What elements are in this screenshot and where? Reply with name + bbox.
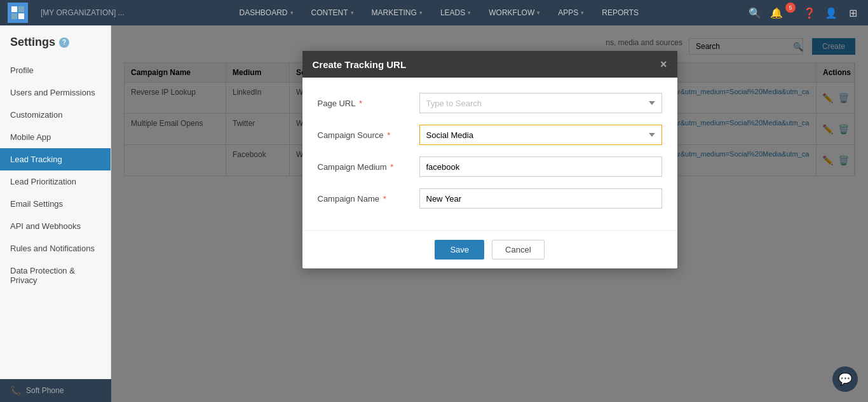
nav-dashboard[interactable]: DASHBOARD ▾ xyxy=(231,0,302,25)
nav-apps-chevron: ▾ xyxy=(581,10,584,16)
notification-badge: 5 xyxy=(785,3,796,13)
required-asterisk: * xyxy=(356,99,362,108)
user-icon[interactable]: 👤 xyxy=(824,7,839,19)
svg-rect-3 xyxy=(18,13,24,19)
cancel-button[interactable]: Cancel xyxy=(492,240,544,260)
modal-header: Create Tracking URL × xyxy=(302,51,677,78)
sidebar-item-rules[interactable]: Rules and Notifications xyxy=(0,237,111,260)
campaign-medium-label: Campaign Medium * xyxy=(318,162,419,172)
main-layout: Settings ? Profile Users and Permissions… xyxy=(0,25,868,402)
settings-title: Settings ? xyxy=(0,36,111,59)
modal-close-button[interactable]: × xyxy=(660,59,667,70)
sidebar-item-mobile-app[interactable]: Mobile App xyxy=(0,126,111,148)
modal-title: Create Tracking URL xyxy=(313,59,407,70)
sidebar-item-lead-prioritization[interactable]: Lead Prioritization xyxy=(0,170,111,193)
chat-bubble[interactable]: 💬 xyxy=(832,366,858,392)
sidebar-item-users[interactable]: Users and Permissions xyxy=(0,81,111,104)
campaign-medium-input[interactable] xyxy=(419,156,662,177)
sidebar-item-customization[interactable]: Customization xyxy=(0,104,111,126)
sidebar-item-email-settings[interactable]: Email Settings xyxy=(0,193,111,215)
modal-overlay: Create Tracking URL × Page URL * Type to… xyxy=(111,25,868,402)
required-asterisk: * xyxy=(381,194,386,204)
nav-reports-label: REPORTS xyxy=(602,8,639,17)
page-url-label: Page URL * xyxy=(318,99,419,108)
required-asterisk: * xyxy=(388,162,394,172)
campaign-source-row: Campaign Source * Social Media xyxy=(318,125,662,145)
nav-workflow-chevron: ▾ xyxy=(537,10,540,16)
settings-label: Settings xyxy=(10,36,55,49)
nav-leads-label: LEADS xyxy=(440,8,465,17)
nav-apps-label: APPS xyxy=(558,8,578,17)
soft-phone-label: Soft Phone xyxy=(26,386,64,395)
sidebar-users-label: Users and Permissions xyxy=(10,88,95,97)
nav-marketing[interactable]: MARKETING ▾ xyxy=(363,0,431,25)
nav-marketing-label: MARKETING xyxy=(372,8,417,17)
settings-help-icon[interactable]: ? xyxy=(59,38,69,48)
nav-right-icons: 🔍 🔔 5 ❓ 👤 ⊞ xyxy=(747,7,860,19)
sidebar-item-data-protection[interactable]: Data Protection & Privacy xyxy=(0,260,111,291)
campaign-name-label: Campaign Name * xyxy=(318,194,419,204)
soft-phone-bar[interactable]: 📞 Soft Phone xyxy=(0,379,111,402)
phone-icon: 📞 xyxy=(10,385,21,396)
sidebar-api-label: API and Webhooks xyxy=(10,221,81,231)
modal-footer: Save Cancel xyxy=(302,230,677,268)
logo[interactable] xyxy=(8,3,28,23)
nav-content[interactable]: CONTENT ▾ xyxy=(302,0,363,25)
nav-dashboard-label: DASHBOARD xyxy=(240,8,288,17)
sidebar-rules-label: Rules and Notifications xyxy=(10,244,95,253)
sidebar-mobile-label: Mobile App xyxy=(10,132,51,142)
nav-leads-chevron: ▾ xyxy=(468,10,471,16)
modal-body: Page URL * Type to Search Campaign Sourc… xyxy=(302,78,677,230)
sidebar-profile-label: Profile xyxy=(10,66,34,75)
org-name: [MY ORGANIZATION] ... xyxy=(41,8,125,17)
content-area: ns, media and sources 🔍 Create Campaign … xyxy=(111,25,868,402)
sidebar-item-api[interactable]: API and Webhooks xyxy=(0,215,111,237)
top-nav: [MY ORGANIZATION] ... DASHBOARD ▾ CONTEN… xyxy=(0,0,868,25)
sidebar-lead-prioritization-label: Lead Prioritization xyxy=(10,177,76,186)
sidebar-customization-label: Customization xyxy=(10,110,62,120)
chat-icon: 💬 xyxy=(838,372,852,386)
nav-content-label: CONTENT xyxy=(311,8,348,17)
save-button[interactable]: Save xyxy=(435,240,484,260)
grid-icon[interactable]: ⊞ xyxy=(845,7,860,19)
nav-content-chevron: ▾ xyxy=(351,10,354,16)
nav-items: DASHBOARD ▾ CONTENT ▾ MARKETING ▾ LEADS … xyxy=(144,0,735,25)
sidebar: Settings ? Profile Users and Permissions… xyxy=(0,25,111,402)
nav-reports[interactable]: REPORTS xyxy=(593,0,648,25)
svg-rect-1 xyxy=(18,6,24,12)
svg-rect-2 xyxy=(11,13,17,19)
campaign-medium-row: Campaign Medium * xyxy=(318,156,662,177)
campaign-source-label: Campaign Source * xyxy=(318,130,419,140)
campaign-source-select[interactable]: Social Media xyxy=(419,125,662,145)
campaign-name-row: Campaign Name * xyxy=(318,188,662,209)
create-tracking-url-modal: Create Tracking URL × Page URL * Type to… xyxy=(302,51,677,268)
sidebar-email-label: Email Settings xyxy=(10,199,63,209)
nav-dashboard-chevron: ▾ xyxy=(290,10,294,16)
sidebar-data-protection-label: Data Protection & Privacy xyxy=(10,266,75,285)
svg-rect-0 xyxy=(11,6,17,12)
nav-workflow-label: WORKFLOW xyxy=(489,8,534,17)
page-url-row: Page URL * Type to Search xyxy=(318,93,662,113)
nav-apps[interactable]: APPS ▾ xyxy=(549,0,593,25)
nav-leads[interactable]: LEADS ▾ xyxy=(431,0,480,25)
sidebar-item-profile[interactable]: Profile xyxy=(0,59,111,81)
help-icon[interactable]: ❓ xyxy=(802,7,817,19)
search-icon[interactable]: 🔍 xyxy=(747,7,763,19)
sidebar-item-lead-tracking[interactable]: Lead Tracking xyxy=(0,148,111,170)
page-url-select[interactable]: Type to Search xyxy=(419,93,662,113)
sidebar-lead-tracking-label: Lead Tracking xyxy=(10,155,62,164)
campaign-name-input[interactable] xyxy=(419,188,662,209)
nav-marketing-chevron: ▾ xyxy=(419,10,423,16)
nav-workflow[interactable]: WORKFLOW ▾ xyxy=(480,0,549,25)
notifications-icon[interactable]: 🔔 xyxy=(769,7,784,19)
required-asterisk: * xyxy=(385,130,391,140)
